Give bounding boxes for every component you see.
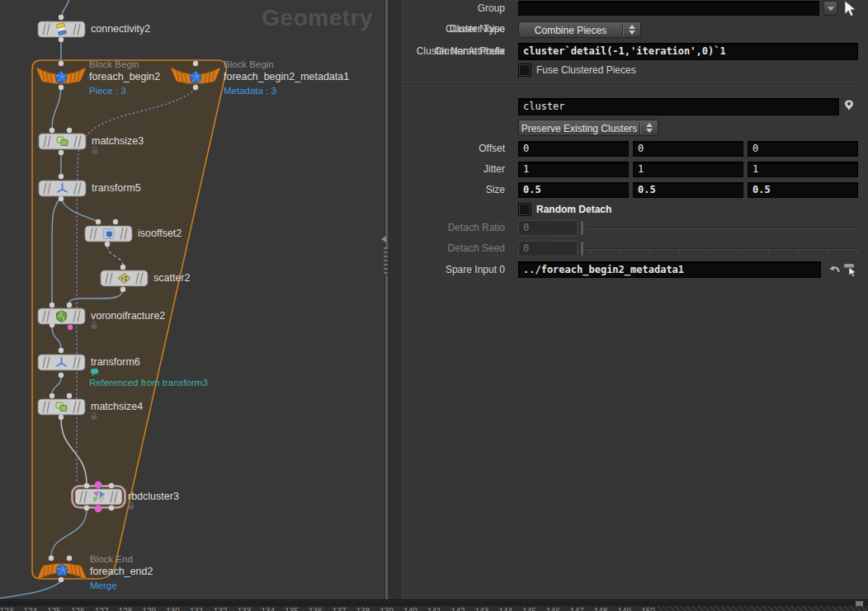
node-name-transform6[interactable]: transform6 [91, 356, 140, 368]
frame-number[interactable]: 130 [166, 607, 180, 611]
param-field-size-1[interactable]: 0.5 [633, 182, 743, 198]
connector-dot[interactable] [120, 287, 125, 292]
connector-dot[interactable] [59, 373, 64, 378]
slider-groove-detach-ratio[interactable] [586, 228, 858, 229]
node-name-connectivity2[interactable]: connectivity2 [91, 23, 150, 35]
param-field-jitter-2[interactable]: 1 [748, 162, 858, 177]
connector-dot[interactable] [193, 85, 198, 90]
slider-handle-detach-ratio[interactable] [580, 220, 584, 236]
connector-dot[interactable] [50, 322, 54, 327]
group-dropdown-button[interactable] [823, 1, 837, 16]
frame-number[interactable]: 144 [498, 607, 512, 611]
param-field-size-0[interactable]: 0.5 [518, 182, 629, 198]
connector-dot[interactable] [193, 61, 198, 66]
param-field-jitter-0[interactable]: 1 [518, 162, 629, 177]
frame-number[interactable]: 136 [309, 607, 323, 611]
frame-number[interactable]: 145 [522, 607, 536, 611]
param-field-size-2[interactable]: 0.5 [748, 182, 858, 198]
param-field-cluster-name-prefix[interactable]: cluster`detail(-1,'iteration',0)`1 [518, 43, 858, 60]
node-rbdcluster3[interactable] [75, 489, 122, 505]
frame-number[interactable]: 126 [71, 607, 85, 611]
connector-dot[interactable] [59, 415, 64, 420]
frame-number[interactable]: 138 [356, 607, 370, 611]
select-operator-arrow-icon[interactable] [842, 0, 859, 18]
node-matchsize4[interactable] [38, 399, 85, 415]
connector-dot[interactable] [50, 393, 54, 398]
node-name-matchsize4[interactable]: matchsize4 [91, 401, 143, 412]
node-name-scatter2[interactable]: scatter2 [153, 272, 190, 284]
param-field-jitter-1[interactable]: 1 [633, 162, 743, 177]
frame-number[interactable]: 143 [475, 607, 489, 611]
connector-dot[interactable] [109, 505, 114, 510]
connector-dot[interactable] [109, 483, 114, 488]
attribute-pin-icon[interactable] [842, 98, 856, 116]
node-name-transform5[interactable]: transform5 [92, 182, 141, 194]
param-field-offset-2[interactable]: 0 [748, 141, 858, 157]
frame-number[interactable]: 150 [641, 607, 655, 611]
frame-number[interactable]: 148 [594, 607, 608, 611]
frame-number[interactable]: 129 [142, 607, 156, 611]
pink-connector-dot[interactable] [95, 482, 102, 489]
frame-number[interactable]: 132 [214, 607, 228, 611]
connector-dot[interactable] [59, 61, 64, 66]
frame-number[interactable]: 127 [95, 607, 109, 611]
frame-number[interactable]: 133 [238, 607, 252, 611]
pane-collapse-arrow-icon[interactable] [381, 236, 386, 242]
param-field-offset-0[interactable]: 0 [518, 141, 629, 157]
connector-dot[interactable] [105, 242, 110, 247]
connector-dot[interactable] [50, 128, 54, 133]
connector-dot[interactable] [50, 303, 54, 308]
connector-dot[interactable] [96, 219, 101, 224]
network-editor-pane[interactable]: connectivity2Block Beginforeach_begin2Pi… [0, 0, 384, 599]
connector-dot[interactable] [67, 556, 72, 561]
node-connectivity2[interactable] [38, 21, 85, 37]
connector-dot[interactable] [59, 85, 64, 90]
frame-number[interactable]: 131 [190, 607, 204, 611]
node-voronoifracture2[interactable] [38, 308, 85, 324]
select-node-icon[interactable] [842, 262, 857, 277]
connector-dot[interactable] [120, 265, 125, 270]
slider-groove-detach-seed[interactable] [586, 248, 858, 250]
param-checkbox-random-detach[interactable] [518, 203, 531, 216]
node-name-foreach_end2[interactable]: foreach_end2 [90, 566, 153, 577]
connector-dot[interactable] [84, 483, 89, 488]
jump-to-operator-icon[interactable] [828, 263, 841, 276]
frame-number[interactable]: 139 [380, 607, 394, 611]
timeline-bar[interactable]: 1231241251261271281291301311321331341351… [0, 599, 868, 611]
param-field-group[interactable] [518, 1, 819, 16]
node-name-isooffset2[interactable]: isooffset2 [138, 228, 182, 239]
frame-number[interactable]: 146 [546, 607, 560, 611]
connector-dot[interactable] [59, 15, 64, 20]
wire-blue[interactable] [62, 0, 69, 16]
node-matchsize3[interactable] [39, 134, 86, 149]
node-name-rbdcluster3[interactable]: rbdcluster3 [128, 491, 179, 502]
node-name-voronoifracture2[interactable]: voronoifracture2 [91, 310, 165, 322]
connector-dot[interactable] [59, 348, 64, 353]
param-field-cluster-attribute[interactable]: cluster [518, 98, 839, 115]
pink-connector-dot[interactable] [95, 505, 102, 513]
param-field-spare-input-0[interactable]: ../foreach_begin2_metadata1 [518, 261, 821, 278]
param-checkbox-fuse-clustered-pieces[interactable] [518, 63, 531, 77]
node-transform5[interactable] [39, 181, 86, 196]
pink-connector-dot[interactable] [68, 325, 73, 330]
node-scatter2[interactable] [101, 270, 148, 286]
connector-dot[interactable] [49, 556, 54, 561]
param-dropdown-cluster-noise[interactable]: Preserve Existing Clusters [518, 120, 658, 136]
connector-dot[interactable] [67, 128, 72, 133]
connector-dot[interactable] [59, 196, 64, 201]
param-dropdown-cluster-type[interactable]: Combine Pieces [518, 21, 641, 38]
frame-number[interactable]: 141 [427, 607, 441, 611]
connector-dot[interactable] [113, 219, 118, 224]
frame-number[interactable]: 135 [285, 607, 299, 611]
frame-number[interactable]: 134 [261, 607, 275, 611]
frame-number[interactable]: 140 [403, 607, 417, 611]
frame-number[interactable]: 124 [23, 607, 37, 611]
connector-dot[interactable] [59, 174, 64, 179]
frame-number[interactable]: 137 [333, 607, 347, 611]
connector-dot[interactable] [67, 303, 72, 308]
frame-number[interactable]: 128 [119, 607, 133, 611]
slider-handle-detach-seed[interactable] [580, 241, 584, 256]
node-name-foreach_begin2_metadata1[interactable]: foreach_begin2_metadata1 [224, 71, 349, 82]
connector-dot[interactable] [59, 577, 64, 582]
node-transform6[interactable] [38, 355, 85, 370]
